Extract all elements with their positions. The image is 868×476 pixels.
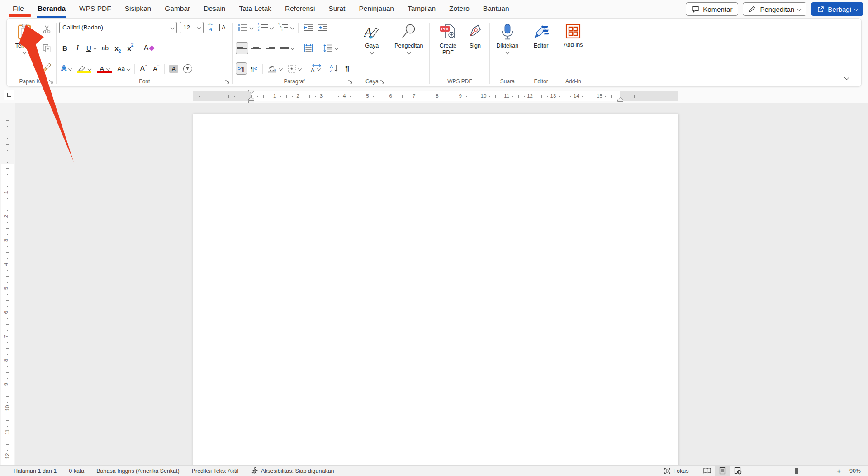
shading-button[interactable] bbox=[266, 62, 284, 75]
highlight-color-button[interactable] bbox=[75, 62, 94, 75]
strikethrough-button[interactable]: ab bbox=[100, 42, 111, 54]
zoom-out-button[interactable]: − bbox=[758, 467, 762, 475]
subscript-button[interactable]: x 2 bbox=[112, 42, 123, 54]
font-dialog-launcher[interactable] bbox=[225, 79, 230, 84]
collapse-ribbon-chevron[interactable] bbox=[844, 75, 849, 80]
change-case-button[interactable]: Aa bbox=[115, 62, 132, 75]
hanging-indent-marker[interactable] bbox=[248, 97, 254, 103]
tab-bantuan[interactable]: Bantuan bbox=[483, 0, 510, 18]
tab-tata-letak[interactable]: Tata Letak bbox=[238, 0, 272, 18]
tab-surat[interactable]: Surat bbox=[328, 0, 346, 18]
numbering-button[interactable]: 1 2 3 bbox=[256, 21, 275, 33]
right-to-left-button[interactable]: ¶ < bbox=[248, 62, 260, 75]
show-formatting-marks-button[interactable]: ¶ bbox=[342, 62, 353, 75]
bullets-button[interactable] bbox=[236, 21, 255, 33]
superscript-button[interactable]: x 2 bbox=[125, 42, 136, 54]
borders-button[interactable] bbox=[285, 62, 303, 75]
zoom-level[interactable]: 90% bbox=[845, 468, 861, 474]
zoom-in-button[interactable]: + bbox=[837, 467, 841, 475]
read-mode-button[interactable] bbox=[699, 466, 715, 476]
enclose-characters-button[interactable] bbox=[181, 62, 194, 75]
tab-sisipkan[interactable]: Sisipkan bbox=[124, 0, 152, 18]
shrink-font-glyph: A bbox=[153, 65, 157, 72]
cut-button[interactable] bbox=[40, 23, 53, 35]
bold-button[interactable]: B bbox=[59, 42, 71, 54]
text-prediction-indicator[interactable]: Prediksi Teks: Aktif bbox=[192, 468, 239, 474]
editing-mode-button[interactable]: Pengeditan bbox=[743, 2, 806, 16]
grow-font-button[interactable]: A ˆ bbox=[138, 62, 149, 75]
align-left-button[interactable] bbox=[236, 42, 248, 54]
print-layout-button[interactable] bbox=[715, 466, 730, 476]
zoom-slider-thumb[interactable] bbox=[795, 468, 798, 474]
paragraph-group-label: Paragraf bbox=[284, 78, 304, 85]
pencil-icon bbox=[749, 5, 756, 13]
horizontal-ruler[interactable]: 123456789101112131415 bbox=[193, 91, 678, 101]
document-page[interactable] bbox=[193, 114, 678, 465]
tab-zotero[interactable]: Zotero bbox=[449, 0, 470, 18]
language-indicator[interactable]: Bahasa Inggris (Amerika Serikat) bbox=[96, 468, 179, 474]
justify-button[interactable] bbox=[278, 42, 296, 54]
underline-button[interactable]: U bbox=[85, 42, 98, 54]
zoom-slider[interactable] bbox=[767, 471, 832, 471]
focus-mode-button[interactable]: Fokus bbox=[664, 467, 688, 475]
tab-wps-pdf[interactable]: WPS PDF bbox=[79, 0, 112, 18]
character-scaling-button[interactable]: A bbox=[309, 62, 323, 75]
distribute-text-button[interactable] bbox=[302, 42, 315, 54]
word-count[interactable]: 0 kata bbox=[69, 468, 84, 474]
increase-indent-button[interactable] bbox=[316, 21, 330, 33]
tab-beranda[interactable]: Beranda bbox=[37, 0, 66, 18]
sign-button[interactable]: Sign bbox=[463, 20, 487, 76]
dictate-button[interactable]: Diktekan bbox=[493, 20, 522, 76]
styles-button[interactable]: A Gaya bbox=[359, 20, 385, 76]
align-center-button[interactable] bbox=[250, 42, 262, 54]
editing-button[interactable]: Pengeditan bbox=[391, 20, 427, 76]
pilcrow-glyph: ¶ bbox=[345, 64, 349, 73]
character-border-button[interactable]: A bbox=[218, 21, 230, 33]
styles-dialog-launcher[interactable] bbox=[380, 79, 385, 84]
tab-gambar[interactable]: Gambar bbox=[164, 0, 190, 18]
editor-button[interactable]: Editor bbox=[528, 20, 554, 76]
font-size-combobox[interactable]: 12 bbox=[180, 22, 204, 33]
align-right-button[interactable] bbox=[264, 42, 276, 54]
sort-button[interactable]: A Z bbox=[328, 62, 340, 75]
font-name-combobox[interactable]: Calibri (Badan) bbox=[59, 22, 177, 33]
line-spacing-button[interactable] bbox=[321, 42, 340, 54]
first-line-indent-marker[interactable] bbox=[248, 90, 254, 94]
tab-desain[interactable]: Desain bbox=[203, 0, 226, 18]
paste-button[interactable]: Tempel bbox=[11, 20, 38, 76]
copy-button[interactable] bbox=[40, 42, 53, 54]
paragraph-dialog-launcher[interactable] bbox=[348, 79, 353, 84]
italic-button[interactable]: I bbox=[72, 42, 83, 54]
decrease-indent-button[interactable] bbox=[301, 21, 315, 33]
clipboard-dialog-launcher[interactable] bbox=[48, 79, 53, 84]
right-indent-marker[interactable] bbox=[617, 97, 623, 102]
group-paragraph: 1 2 3 1 a i bbox=[234, 20, 355, 86]
clear-formatting-button[interactable]: A bbox=[142, 42, 156, 54]
tab-peninjauan[interactable]: Peninjauan bbox=[358, 0, 394, 18]
group-addins: Add-ins Add-in bbox=[558, 20, 588, 86]
share-button[interactable]: Berbagi bbox=[811, 2, 863, 16]
page-indicator[interactable]: Halaman 1 dari 1 bbox=[14, 468, 57, 474]
phonetic-guide-button[interactable]: abc A bbox=[205, 21, 216, 33]
tab-tampilan[interactable]: Tampilan bbox=[407, 0, 436, 18]
left-to-right-button[interactable]: > ¶ bbox=[236, 62, 247, 75]
character-shading-button[interactable]: A bbox=[167, 62, 180, 75]
addins-button[interactable]: Add-ins bbox=[560, 20, 586, 76]
web-layout-button[interactable] bbox=[730, 466, 745, 476]
chevron-down-icon bbox=[127, 67, 130, 70]
caret-up-icon: ˆ bbox=[145, 64, 147, 69]
text-effects-button[interactable]: A bbox=[59, 62, 73, 75]
format-painter-button[interactable] bbox=[40, 61, 53, 73]
font-color-button[interactable]: A bbox=[95, 62, 114, 75]
document-workspace: 123456789101112 bbox=[0, 103, 868, 465]
tab-referensi[interactable]: Referensi bbox=[285, 0, 315, 18]
tab-stop-selector[interactable] bbox=[4, 90, 14, 100]
accessibility-status[interactable]: Aksesibilitas: Siap digunakan bbox=[251, 467, 334, 475]
eraser-icon bbox=[149, 45, 155, 51]
vertical-ruler[interactable]: 123456789101112 bbox=[0, 103, 15, 465]
multilevel-list-button[interactable]: 1 a i bbox=[276, 21, 295, 33]
create-pdf-button[interactable]: PDF Create PDF bbox=[432, 20, 463, 76]
shrink-font-button[interactable]: A ˇ bbox=[150, 62, 161, 75]
chevron-down-icon bbox=[249, 25, 253, 29]
comments-button[interactable]: Komentar bbox=[686, 2, 738, 16]
